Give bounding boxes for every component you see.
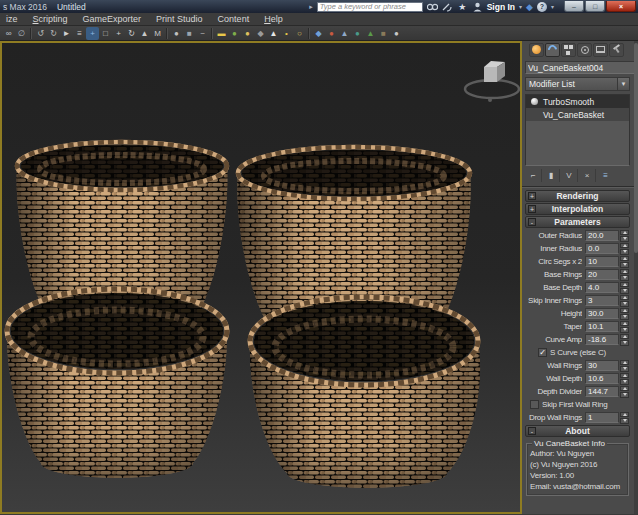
perspective-viewport[interactable] <box>0 41 522 514</box>
collapse-icon[interactable]: - <box>528 427 536 435</box>
select-by-name-icon[interactable]: ≡ <box>73 27 86 40</box>
modifier-stack[interactable]: TurboSmooth Vu_CaneBasket <box>525 94 630 166</box>
diamond-primitive-icon[interactable]: ◆ <box>254 27 267 40</box>
select-and-link-icon[interactable]: ∞ <box>2 27 15 40</box>
modifier-stack-row-canebasket[interactable]: Vu_CaneBasket <box>526 108 629 121</box>
skip-first-wall-ring-checkbox[interactable] <box>530 400 539 409</box>
base-rings-field[interactable] <box>585 269 619 280</box>
taper-field[interactable] <box>585 321 619 332</box>
panel-scrollbar[interactable] <box>634 41 638 514</box>
hierarchy-tab[interactable] <box>561 43 576 57</box>
rectangular-selection-icon[interactable]: □ <box>99 27 112 40</box>
menu-help[interactable]: Help <box>264 14 283 24</box>
favorites-star-icon[interactable]: ★ <box>457 1 468 12</box>
inner-radius-field[interactable] <box>585 243 619 254</box>
circ-segs-field[interactable] <box>585 256 619 267</box>
menu-content[interactable]: Content <box>218 14 250 24</box>
menu-scripting[interactable]: Scripting <box>33 14 68 24</box>
earth-sphere-icon[interactable]: ● <box>351 27 364 40</box>
red-sphere-icon[interactable]: ● <box>325 27 338 40</box>
unlink-selection-icon[interactable]: ∅ <box>15 27 28 40</box>
keyword-search-input[interactable] <box>317 2 423 12</box>
mirror-icon[interactable]: M <box>151 27 164 40</box>
lattice-icon[interactable]: ◆ <box>312 27 325 40</box>
help-icon[interactable]: ? <box>537 2 547 12</box>
show-end-result-icon[interactable]: ▮ <box>543 169 560 182</box>
point-helper-icon[interactable]: • <box>280 27 293 40</box>
modifier-visibility-bulb-icon[interactable] <box>531 98 538 105</box>
select-scale-icon[interactable]: ▲ <box>138 27 151 40</box>
spinner[interactable] <box>620 386 629 398</box>
material-editor-icon[interactable]: ● <box>170 27 183 40</box>
rollout-about[interactable]: - About <box>525 425 630 437</box>
spinner[interactable] <box>620 269 629 281</box>
base-depth-field[interactable] <box>585 282 619 293</box>
gray-sphere-icon[interactable]: ● <box>390 27 403 40</box>
spinner[interactable] <box>620 230 629 242</box>
rollout-parameters[interactable]: - Parameters <box>525 216 630 228</box>
sign-in-button[interactable]: Sign In <box>487 2 515 12</box>
menu-print-studio[interactable]: Print Studio <box>156 14 203 24</box>
pin-stack-icon[interactable]: ⌐ <box>525 169 542 182</box>
menu-gameexporter[interactable]: GameExporter <box>83 14 142 24</box>
menu-customize[interactable]: ize <box>6 14 18 24</box>
spinner[interactable] <box>620 282 629 294</box>
select-move-icon[interactable]: + <box>112 27 125 40</box>
select-rotate-icon[interactable]: ↻ <box>125 27 138 40</box>
chevron-down-icon[interactable]: ▼ <box>618 77 630 91</box>
skip-inner-rings-field[interactable] <box>585 295 619 306</box>
expand-icon[interactable]: + <box>528 192 536 200</box>
render-setup-icon[interactable]: ■ <box>183 27 196 40</box>
wall-depth-field[interactable] <box>585 373 619 384</box>
cone-primitive-icon[interactable]: ▲ <box>267 27 280 40</box>
sphere-primitive-icon[interactable]: ● <box>241 27 254 40</box>
spinner[interactable] <box>620 256 629 268</box>
display-tab[interactable] <box>593 43 608 57</box>
modifier-stack-row-turbosmooth[interactable]: TurboSmooth <box>526 95 629 108</box>
undo-icon[interactable]: ↺ <box>34 27 47 40</box>
torus-primitive-icon[interactable]: ○ <box>293 27 306 40</box>
spinner[interactable] <box>620 360 629 372</box>
communication-center-icon[interactable] <box>442 1 453 12</box>
modify-tab[interactable] <box>545 43 560 57</box>
basket-bottom-left[interactable] <box>7 289 227 478</box>
curve-editor-icon[interactable]: ~ <box>196 27 209 40</box>
collapse-icon[interactable]: - <box>528 218 536 226</box>
autodesk-app-icon[interactable]: ◆ <box>526 2 533 12</box>
wall-rings-field[interactable] <box>585 360 619 371</box>
teapot-primitive-icon[interactable]: ● <box>228 27 241 40</box>
expand-icon[interactable]: + <box>528 205 536 213</box>
object-name-field[interactable] <box>525 61 638 74</box>
create-tab[interactable] <box>529 43 544 57</box>
rollout-rendering[interactable]: + Rendering <box>525 190 630 202</box>
utilities-tab[interactable] <box>609 43 624 57</box>
sign-in-dropdown-icon[interactable]: ▾ <box>519 3 522 10</box>
spinner[interactable] <box>620 321 629 333</box>
s-curve-checkbox[interactable]: ✓ <box>538 348 547 357</box>
curve-amp-field[interactable] <box>585 334 619 345</box>
spinner[interactable] <box>620 334 629 346</box>
prop-icon[interactable]: ■ <box>377 27 390 40</box>
rollout-interpolation[interactable]: + Interpolation <box>525 203 630 215</box>
spinner[interactable] <box>620 373 629 385</box>
spinner[interactable] <box>620 412 629 424</box>
height-field[interactable] <box>585 308 619 319</box>
user-account-icon[interactable] <box>472 1 483 12</box>
search-expand-arrow-icon[interactable]: ▸ <box>309 3 313 11</box>
spinner[interactable] <box>620 243 629 255</box>
make-unique-icon[interactable]: V <box>561 169 578 182</box>
remove-modifier-icon[interactable]: × <box>579 169 596 182</box>
title-bar[interactable]: s Max 2016 Untitled ▸ ★ Sign In ▾ ◆ ? ▾ … <box>0 0 638 13</box>
minimize-button[interactable]: – <box>564 1 584 12</box>
viewport-canvas[interactable] <box>2 43 520 512</box>
modifier-list-dropdown[interactable]: Modifier List ▼ <box>525 77 630 91</box>
close-button[interactable]: × <box>606 1 636 12</box>
snaps-toggle-icon[interactable]: + <box>86 27 99 40</box>
view-cube[interactable] <box>465 61 519 102</box>
plane-primitive-icon[interactable]: ▬ <box>215 27 228 40</box>
pyramid-icon[interactable]: ▲ <box>338 27 351 40</box>
basket-bottom-right[interactable] <box>250 297 480 488</box>
panel-scrollbar-thumb[interactable] <box>634 43 638 253</box>
spinner[interactable] <box>620 308 629 320</box>
motion-tab[interactable] <box>577 43 592 57</box>
